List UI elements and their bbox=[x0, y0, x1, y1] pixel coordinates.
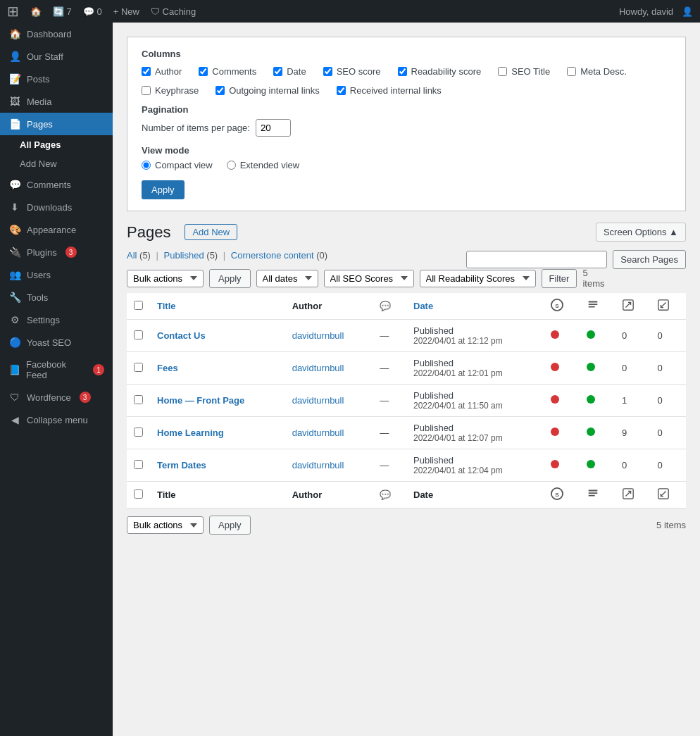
admin-bar-caching[interactable]: 🛡 Caching bbox=[151, 6, 196, 17]
sidebar-item-dashboard[interactable]: 🏠 Dashboard bbox=[0, 23, 113, 45]
col-seo-title-check[interactable]: SEO Title bbox=[498, 66, 550, 77]
col-date-checkbox[interactable] bbox=[273, 67, 282, 76]
comments-header: 💬 bbox=[373, 293, 406, 320]
columns-list-2: Keyphrase Outgoing internal links Receiv… bbox=[142, 85, 671, 96]
row-checkbox[interactable] bbox=[134, 460, 143, 469]
author-link[interactable]: davidturnbull bbox=[292, 330, 344, 341]
col-meta-desc-checkbox[interactable] bbox=[567, 67, 576, 76]
search-pages-button[interactable]: Search Pages bbox=[613, 250, 686, 269]
seo-scores-dropdown[interactable]: All SEO Scores bbox=[324, 270, 414, 287]
sidebar-item-all-pages[interactable]: All Pages bbox=[0, 135, 113, 154]
admin-bar-comments[interactable]: 💬 0 bbox=[83, 6, 102, 17]
col-received-checkbox[interactable] bbox=[337, 86, 346, 95]
seo-score-header: S bbox=[544, 293, 579, 320]
avatar[interactable]: 👤 bbox=[682, 6, 693, 17]
pagination-input[interactable] bbox=[256, 119, 291, 137]
extended-view-option[interactable]: Extended view bbox=[227, 160, 300, 170]
sidebar-item-plugins[interactable]: 🔌 Plugins 3 bbox=[0, 241, 113, 263]
author-link[interactable]: davidturnbull bbox=[292, 363, 344, 373]
col-outgoing-check[interactable]: Outgoing internal links bbox=[215, 85, 320, 96]
sidebar-item-appearance[interactable]: 🎨 Appearance bbox=[0, 218, 113, 241]
date-sort-link[interactable]: Date bbox=[413, 301, 433, 311]
col-outgoing-checkbox[interactable] bbox=[215, 86, 225, 95]
sidebar-item-our-staff[interactable]: 👤 Our Staff bbox=[0, 45, 113, 68]
title-sort-link[interactable]: Title bbox=[157, 301, 176, 311]
compact-view-option[interactable]: Compact view bbox=[142, 160, 213, 170]
wp-logo-icon[interactable]: ⊞ bbox=[7, 3, 19, 20]
col-readability-check[interactable]: Readability score bbox=[398, 66, 482, 77]
screen-options-apply-button[interactable]: Apply bbox=[142, 180, 185, 199]
col-meta-desc-check[interactable]: Meta Desc. bbox=[567, 66, 627, 77]
page-title-link[interactable]: Home Learning bbox=[157, 428, 224, 438]
bottom-bulk-actions-dropdown[interactable]: Bulk actions bbox=[127, 516, 204, 534]
filter-published[interactable]: Published (5) bbox=[164, 250, 218, 261]
col-keyphrase-checkbox[interactable] bbox=[142, 86, 151, 95]
bulk-actions-dropdown[interactable]: Bulk actions bbox=[127, 270, 204, 287]
row-checkbox[interactable] bbox=[134, 363, 143, 372]
sidebar-item-add-new[interactable]: Add New bbox=[0, 154, 113, 173]
col-comments-checkbox[interactable] bbox=[199, 67, 208, 76]
add-new-button[interactable]: Add New bbox=[185, 224, 237, 240]
author-link[interactable]: davidturnbull bbox=[292, 428, 344, 438]
row-date-cell: Published 2022/04/01 at 12:04 pm bbox=[406, 449, 544, 482]
col-received-check[interactable]: Received internal links bbox=[337, 85, 442, 96]
col-author-checkbox[interactable] bbox=[142, 67, 151, 76]
page-title-link[interactable]: Term Dates bbox=[157, 460, 206, 470]
row-seo-score-cell bbox=[544, 417, 579, 449]
pages-header: Pages Add New Screen Options ▲ bbox=[127, 223, 686, 242]
col-seo-score-check[interactable]: SEO score bbox=[323, 66, 381, 77]
screen-options-button[interactable]: Screen Options ▲ bbox=[596, 223, 686, 242]
author-link[interactable]: davidturnbull bbox=[292, 395, 344, 406]
compact-view-radio[interactable] bbox=[142, 161, 151, 170]
seo-score-dot bbox=[551, 395, 559, 404]
sidebar-item-comments[interactable]: 💬 Comments bbox=[0, 173, 113, 196]
page-title-link[interactable]: Home — Front Page bbox=[157, 395, 244, 406]
top-apply-button[interactable]: Apply bbox=[209, 269, 251, 288]
sidebar-item-yoast-seo[interactable]: 🔵 Yoast SEO bbox=[0, 331, 113, 354]
sidebar-item-facebook-feed[interactable]: 📘 Facebook Feed 1 bbox=[0, 354, 113, 386]
extended-view-radio[interactable] bbox=[227, 161, 236, 170]
sidebar-item-label: Add New bbox=[20, 158, 57, 169]
col-seo-title-checkbox[interactable] bbox=[498, 67, 507, 76]
col-date-check[interactable]: Date bbox=[273, 66, 306, 77]
admin-bar-home[interactable]: 🏠 bbox=[30, 6, 42, 17]
row-checkbox[interactable] bbox=[134, 395, 143, 404]
sidebar-item-settings[interactable]: ⚙ Settings bbox=[0, 308, 113, 331]
bottom-apply-button[interactable]: Apply bbox=[209, 516, 251, 535]
readability-scores-dropdown[interactable]: All Readability Scores bbox=[420, 270, 536, 287]
sidebar-item-collapse-menu[interactable]: ◀ Collapse menu bbox=[0, 408, 113, 431]
sidebar-item-posts[interactable]: 📝 Posts bbox=[0, 68, 113, 90]
sidebar-item-tools[interactable]: 🔧 Tools bbox=[0, 286, 113, 308]
filter-all[interactable]: All (5) bbox=[127, 250, 151, 261]
page-title-link[interactable]: Contact Us bbox=[157, 330, 206, 341]
admin-bar-updates[interactable]: 🔄 7 bbox=[53, 6, 72, 17]
search-input[interactable] bbox=[466, 251, 607, 268]
admin-bar-new[interactable]: + New bbox=[113, 6, 139, 17]
row-checkbox[interactable] bbox=[134, 428, 143, 437]
sidebar-item-pages[interactable]: 📄 Pages ◀ bbox=[0, 113, 113, 135]
row-checkbox[interactable] bbox=[134, 330, 143, 339]
col-author-check[interactable]: Author bbox=[142, 66, 182, 77]
select-all-checkbox[interactable] bbox=[134, 301, 143, 310]
filter-button[interactable]: Filter bbox=[542, 269, 577, 288]
page-title-link[interactable]: Fees bbox=[157, 363, 178, 373]
sidebar-item-users[interactable]: 👥 Users bbox=[0, 263, 113, 286]
filter-cornerstone[interactable]: Cornerstone content (0) bbox=[231, 250, 327, 261]
sidebar-item-downloads[interactable]: ⬇ Downloads bbox=[0, 196, 113, 218]
row-readability-cell bbox=[580, 449, 615, 482]
row-checkbox-cell bbox=[127, 417, 150, 449]
columns-section: Columns Author Comments Date bbox=[142, 49, 671, 96]
sidebar-item-media[interactable]: 🖼 Media bbox=[0, 90, 113, 113]
col-seo-score-checkbox[interactable] bbox=[323, 67, 332, 76]
select-all-footer-checkbox[interactable] bbox=[134, 489, 143, 499]
sidebar-item-wordfence[interactable]: 🛡 Wordfence 3 bbox=[0, 386, 113, 408]
col-keyphrase-check[interactable]: Keyphrase bbox=[142, 85, 199, 96]
author-link[interactable]: davidturnbull bbox=[292, 460, 344, 470]
title-header[interactable]: Title bbox=[150, 293, 285, 320]
date-header[interactable]: Date bbox=[406, 293, 544, 320]
col-readability-checkbox[interactable] bbox=[398, 67, 407, 76]
all-dates-dropdown[interactable]: All dates bbox=[256, 270, 318, 287]
screen-options-panel: Columns Author Comments Date bbox=[127, 37, 686, 211]
row-received-cell: 0 bbox=[650, 352, 686, 385]
col-comments-check[interactable]: Comments bbox=[199, 66, 256, 77]
